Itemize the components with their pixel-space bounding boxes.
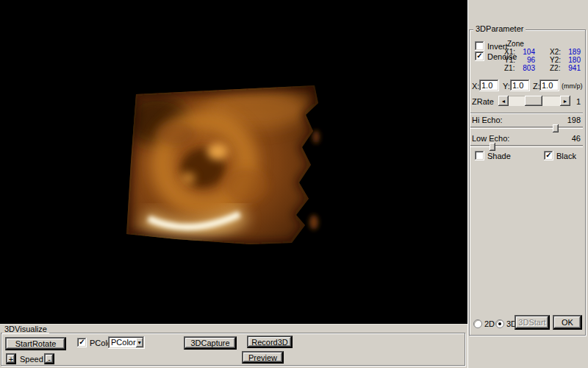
visualize-group-title: 3DVisualize [2, 325, 49, 333]
dropdown-button[interactable]: ▼ [136, 338, 143, 347]
app-window: 3DParameter Invert ✓ Denoise Zone X1: 10… [0, 0, 588, 368]
ultrasound-image [0, 0, 467, 324]
speed-label: Speed [20, 355, 43, 364]
check-icon: ✓ [79, 339, 85, 346]
pcolor-checkbox[interactable]: ✓ [77, 338, 87, 347]
start-rotate-button[interactable]: StartRotate [5, 337, 66, 350]
capture-3d-button[interactable]: 3DCapture [184, 336, 237, 350]
parameter-group-title: 3DParameter [473, 25, 526, 33]
chevron-down-icon: ▼ [137, 340, 142, 345]
pcolor-dropdown-value: PColor [108, 339, 136, 347]
visualize-panel: 3DVisualize StartRotate + Speed - ✓ PCol… [0, 324, 467, 368]
speed-minus-button[interactable]: - [44, 353, 54, 364]
ultrasound-viewport[interactable] [0, 0, 467, 324]
preview-button[interactable]: Preview [242, 351, 284, 364]
parameter-groupbox [469, 29, 586, 336]
parameter-panel: 3DParameter Invert ✓ Denoise Zone X1: 10… [467, 0, 588, 368]
record-3d-button[interactable]: Record3D [247, 336, 293, 348]
pcolor-dropdown[interactable]: PColor ▼ [108, 336, 145, 349]
speed-plus-button[interactable]: + [6, 353, 16, 364]
